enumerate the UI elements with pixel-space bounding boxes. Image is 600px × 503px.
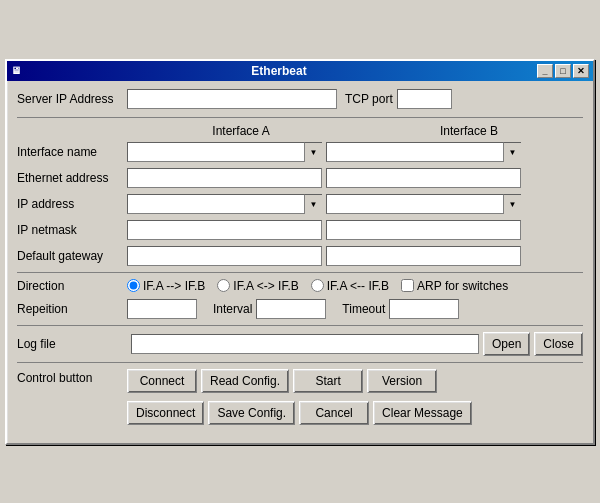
default-gateway-row: Default gateway (17, 246, 583, 266)
log-file-label: Log file (17, 337, 127, 351)
ip-b-select[interactable] (326, 194, 521, 214)
clear-message-button[interactable]: Clear Message (373, 401, 472, 425)
server-ip-input[interactable] (127, 89, 337, 109)
open-button[interactable]: Open (483, 332, 530, 356)
control-button-label: Control button (17, 369, 127, 385)
server-ip-label: Server IP Address (17, 92, 127, 106)
save-config-button[interactable]: Save Config. (208, 401, 295, 425)
control-buttons: Connect Read Config. Start Version Disco… (127, 369, 472, 429)
minimize-button[interactable]: _ (537, 64, 553, 78)
repeition-input[interactable] (127, 299, 197, 319)
window-title: Etherbeat (251, 64, 306, 78)
netmask-a-input[interactable] (127, 220, 322, 240)
interval-label: Interval (213, 302, 252, 316)
arp-switches[interactable]: ARP for switches (401, 279, 508, 293)
log-file-row: Log file Open Close (17, 332, 583, 356)
direction-a-to-b-label: IF.A --> IF.B (143, 279, 205, 293)
ip-address-row: IP address ▼ ▼ (17, 194, 583, 214)
direction-b-to-a[interactable]: IF.A <-- IF.B (311, 279, 389, 293)
version-button[interactable]: Version (367, 369, 437, 393)
interface-name-row: Interface name ▼ ▼ (17, 142, 583, 162)
ethernet-address-row: Ethernet address (17, 168, 583, 188)
window-icon: 🖥 (11, 65, 21, 76)
direction-label: Direction (17, 279, 127, 293)
interface-a-name-select[interactable] (127, 142, 322, 162)
interface-b-header: Interface B (355, 124, 583, 138)
log-file-input[interactable] (131, 334, 479, 354)
tcp-port-input[interactable] (397, 89, 452, 109)
ethernet-a-input[interactable] (127, 168, 322, 188)
close-log-button[interactable]: Close (534, 332, 583, 356)
title-bar: 🖥 Etherbeat _ □ ✕ (7, 61, 593, 81)
direction-a-both-b[interactable]: IF.A <-> IF.B (217, 279, 298, 293)
interface-name-label: Interface name (17, 145, 127, 159)
close-button[interactable]: ✕ (573, 64, 589, 78)
ip-netmask-row: IP netmask (17, 220, 583, 240)
arp-checkbox[interactable] (401, 279, 414, 292)
timeout-input[interactable] (389, 299, 459, 319)
control-btn-row-1: Connect Read Config. Start Version (127, 369, 472, 393)
direction-a-to-b[interactable]: IF.A --> IF.B (127, 279, 205, 293)
repeition-label: Repeition (17, 302, 127, 316)
ip-netmask-label: IP netmask (17, 223, 127, 237)
server-row: Server IP Address TCP port (17, 89, 583, 109)
interface-b-name-select[interactable] (326, 142, 521, 162)
radio-b-to-a[interactable] (311, 279, 324, 292)
timeout-label: Timeout (342, 302, 385, 316)
direction-row: Direction IF.A --> IF.B IF.A <-> IF.B IF… (17, 279, 583, 293)
ip-a-select[interactable] (127, 194, 322, 214)
interface-a-header: Interface A (127, 124, 355, 138)
direction-radio-group: IF.A --> IF.B IF.A <-> IF.B IF.A <-- IF.… (127, 279, 508, 293)
radio-a-both-b[interactable] (217, 279, 230, 292)
ethernet-b-input[interactable] (326, 168, 521, 188)
ethernet-address-label: Ethernet address (17, 171, 127, 185)
arp-label: ARP for switches (417, 279, 508, 293)
ip-address-label: IP address (17, 197, 127, 211)
interval-input[interactable] (256, 299, 326, 319)
content-area: Server IP Address TCP port Interface A I… (7, 81, 593, 443)
disconnect-button[interactable]: Disconnect (127, 401, 204, 425)
control-row: Control button Connect Read Config. Star… (17, 369, 583, 429)
gateway-b-input[interactable] (326, 246, 521, 266)
control-btn-row-2: Disconnect Save Config. Cancel Clear Mes… (127, 401, 472, 425)
direction-a-both-b-label: IF.A <-> IF.B (233, 279, 298, 293)
direction-b-to-a-label: IF.A <-- IF.B (327, 279, 389, 293)
maximize-button[interactable]: □ (555, 64, 571, 78)
start-button[interactable]: Start (293, 369, 363, 393)
tcp-port-label: TCP port (345, 92, 393, 106)
main-window: 🖥 Etherbeat _ □ ✕ Server IP Address TCP … (5, 59, 595, 445)
default-gateway-label: Default gateway (17, 249, 127, 263)
interface-headers: Interface A Interface B (17, 124, 583, 138)
netmask-b-input[interactable] (326, 220, 521, 240)
title-bar-controls: _ □ ✕ (537, 64, 589, 78)
read-config-button[interactable]: Read Config. (201, 369, 289, 393)
repeition-row: Repeition Interval Timeout (17, 299, 583, 319)
cancel-button[interactable]: Cancel (299, 401, 369, 425)
radio-a-to-b[interactable] (127, 279, 140, 292)
connect-button[interactable]: Connect (127, 369, 197, 393)
gateway-a-input[interactable] (127, 246, 322, 266)
